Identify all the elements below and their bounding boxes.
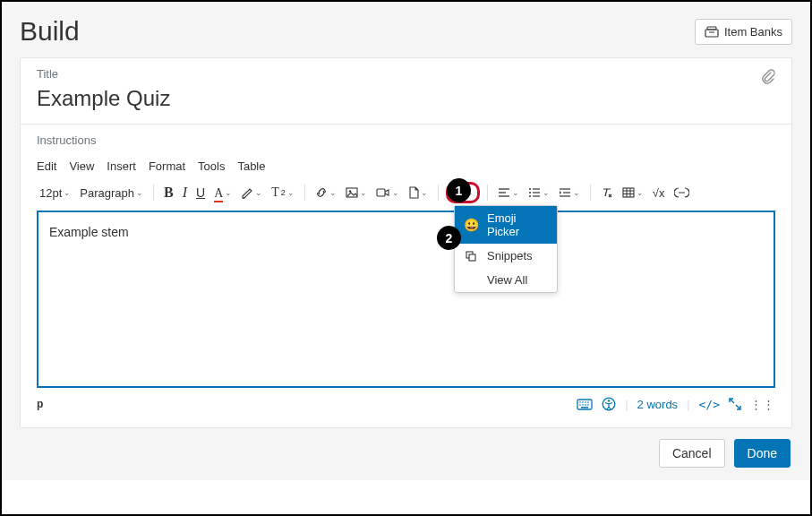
callout-2: 2 <box>437 226 461 250</box>
menu-tools[interactable]: Tools <box>198 159 225 173</box>
bold-button[interactable]: B <box>161 183 176 202</box>
svg-point-37 <box>608 400 610 401</box>
menu-table[interactable]: Table <box>237 159 265 173</box>
item-banks-button[interactable]: Item Banks <box>695 19 792 45</box>
svg-rect-25 <box>469 254 475 261</box>
svg-point-33 <box>585 404 586 406</box>
plugins-dropdown: 😀 Emoji Picker Snippets View All <box>454 205 558 293</box>
page-title: Build <box>20 16 80 47</box>
italic-button[interactable]: I <box>180 183 190 202</box>
svg-point-29 <box>585 401 586 403</box>
svg-point-34 <box>587 404 589 406</box>
clear-format-button[interactable] <box>598 185 616 201</box>
item-banks-label: Item Banks <box>724 25 782 39</box>
equation-button[interactable]: √x <box>650 185 668 202</box>
link-button[interactable]: ⌄ <box>312 185 339 201</box>
svg-point-28 <box>582 401 584 403</box>
attachment-icon[interactable] <box>761 69 775 85</box>
fullscreen-icon[interactable] <box>729 398 741 410</box>
a11y-icon[interactable] <box>602 397 616 411</box>
emoji-icon: 😀 <box>464 218 478 232</box>
quiz-title[interactable]: Example Quiz <box>37 86 170 111</box>
highlight-color-button[interactable]: ⌄ <box>238 185 265 201</box>
resize-handle[interactable]: ⋮⋮ <box>750 398 775 411</box>
svg-point-10 <box>529 188 531 190</box>
image-button[interactable]: ⌄ <box>343 185 370 200</box>
editor-content[interactable]: Example stem <box>37 211 775 388</box>
align-button[interactable]: ⌄ <box>495 185 522 200</box>
indent-button[interactable]: ⌄ <box>556 185 583 200</box>
underline-button[interactable]: U <box>193 184 208 202</box>
menu-edit[interactable]: Edit <box>37 159 56 173</box>
element-path[interactable]: p <box>37 398 43 410</box>
menu-view[interactable]: View <box>69 159 94 173</box>
cancel-button[interactable]: Cancel <box>659 439 725 468</box>
svg-rect-1 <box>707 27 716 30</box>
keyboard-icon[interactable] <box>577 399 593 410</box>
text-color-button[interactable]: A⌄ <box>211 184 235 202</box>
font-size-select[interactable]: 12pt⌄ <box>37 185 73 202</box>
item-banks-icon <box>705 25 719 38</box>
word-count[interactable]: 2 words <box>637 398 679 411</box>
svg-point-5 <box>349 190 351 192</box>
snippet-icon <box>464 250 478 262</box>
list-button[interactable]: ⌄ <box>526 185 552 200</box>
menu-insert[interactable]: Insert <box>107 159 136 173</box>
svg-rect-35 <box>581 407 588 408</box>
html-view-icon[interactable]: </> <box>699 398 720 411</box>
title-label: Title <box>37 67 170 81</box>
table-button[interactable]: ⌄ <box>620 185 646 200</box>
callout-1: 1 <box>447 178 471 202</box>
editor-toolbar: 12pt⌄ Paragraph⌄ B I U A⌄ ⌄ T2⌄ ⌄ ⌄ ⌄ ⌄ … <box>37 182 775 203</box>
svg-point-27 <box>579 401 581 403</box>
document-button[interactable]: ⌄ <box>406 185 431 201</box>
svg-point-11 <box>529 192 531 194</box>
instructions-label: Instructions <box>37 133 775 147</box>
svg-point-31 <box>579 404 581 406</box>
svg-point-30 <box>587 401 589 403</box>
dropdown-view-all[interactable]: View All <box>455 268 557 292</box>
superscript-button[interactable]: T2⌄ <box>269 184 297 202</box>
svg-rect-19 <box>623 188 634 197</box>
done-button[interactable]: Done <box>734 439 791 468</box>
block-format-select[interactable]: Paragraph⌄ <box>77 185 146 202</box>
svg-rect-6 <box>377 189 385 196</box>
dropdown-emoji-picker[interactable]: 😀 Emoji Picker <box>455 206 557 244</box>
dropdown-snippets[interactable]: Snippets <box>455 244 557 268</box>
svg-rect-0 <box>705 30 718 37</box>
menu-format[interactable]: Format <box>149 159 185 173</box>
editor-menubar: Edit View Insert Format Tools Table <box>37 159 775 173</box>
svg-point-32 <box>582 404 584 406</box>
embed-button[interactable] <box>671 185 692 200</box>
svg-point-12 <box>529 195 531 197</box>
media-button[interactable]: ⌄ <box>373 185 402 200</box>
